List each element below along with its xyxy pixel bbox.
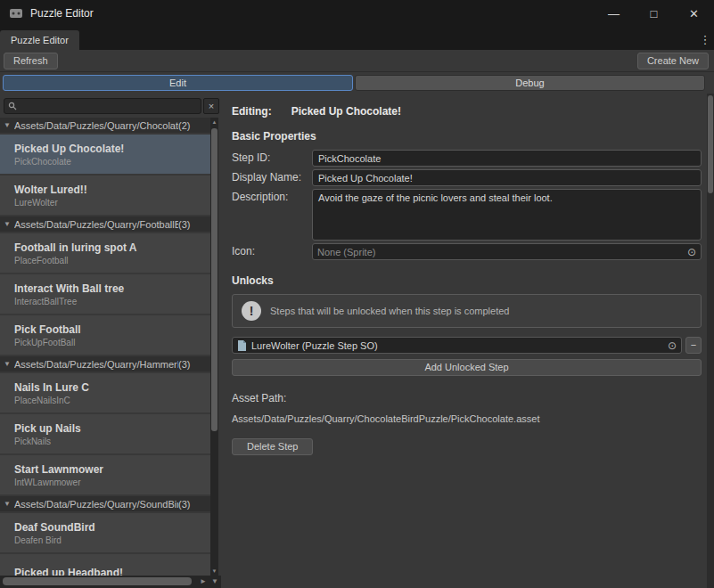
description-row: Description: Avoid the gaze of the picni… [232, 189, 702, 241]
display-name-field[interactable] [312, 169, 702, 186]
list-item[interactable]: Football in luring spot APlaceFootball [0, 233, 210, 273]
step-id-subtitle: PlaceFootball [14, 256, 210, 265]
scroll-corner-down-icon[interactable]: ▼ [211, 577, 218, 586]
mode-tabs: Edit Debug [3, 75, 705, 91]
icon-row: Icon: None (Sprite) ⊙ [232, 243, 702, 260]
unlocked-step-object-field[interactable]: LureWolter (Puzzle Step SO) ⊙ [232, 337, 682, 354]
unlocks-helpbox: ! Steps that will be unlocked when this … [232, 294, 702, 328]
foldout-open-icon[interactable]: ▼ [4, 360, 14, 368]
group-path: Assets/Data/Puzzles/Quarry/FootballBirdP… [14, 219, 178, 230]
step-title: Interact With Ball tree [14, 282, 210, 295]
asset-path-label: Asset Path: [232, 392, 702, 404]
unlocks-help-text: Steps that will be unlocked when this st… [270, 306, 509, 316]
tab-puzzle-editor[interactable]: Puzzle Editor [0, 30, 79, 50]
icon-object-field[interactable]: None (Sprite) ⊙ [312, 243, 702, 260]
foldout-open-icon[interactable]: ▼ [4, 500, 14, 508]
basic-properties-title: Basic Properties [232, 130, 702, 143]
kebab-menu-icon[interactable]: ⋮ [696, 33, 714, 50]
step-title: Picked up Headband! [14, 567, 210, 576]
display-name-row: Display Name: [232, 169, 702, 186]
list-item[interactable]: Wolter Lured!!LureWolter [0, 176, 210, 215]
unlocks-title: Unlocks [232, 274, 702, 287]
maximize-button[interactable]: □ [634, 0, 674, 27]
group-header[interactable]: ▼Assets/Data/Puzzles/Quarry/FootballBird… [0, 216, 210, 232]
list-item[interactable]: Deaf SoundBirdDeafen Bird [0, 513, 210, 552]
foldout-open-icon[interactable]: ▼ [4, 220, 14, 228]
scriptable-object-icon [237, 340, 247, 351]
list-item[interactable]: Picked up Headband! [0, 554, 210, 576]
step-id-subtitle: IntWLawnmower [14, 478, 210, 487]
unlocked-step-value: LureWolter (Puzzle Step SO) [251, 340, 663, 351]
group-path: Assets/Data/Puzzles/Quarry/ChocolateBird… [14, 120, 178, 131]
step-title: Picked Up Chocolate! [14, 143, 210, 155]
close-button[interactable]: ✕ [674, 0, 714, 27]
window-scroll-thumb[interactable] [708, 95, 713, 193]
list-horizontal-scrollbar[interactable]: ► ▼ [0, 576, 221, 588]
vertical-scroll-thumb[interactable] [211, 128, 217, 431]
foldout-open-icon[interactable]: ▼ [4, 121, 14, 129]
group-path: Assets/Data/Puzzles/Quarry/HammerBirdPuz… [14, 359, 178, 370]
search-box[interactable] [4, 98, 201, 114]
sidebar: × ▼Assets/Data/Puzzles/Quarry/ChocolateB… [0, 94, 221, 588]
scroll-up-icon[interactable]: ▲ [210, 118, 218, 127]
group-path: Assets/Data/Puzzles/Quarry/SoundBird [14, 499, 178, 510]
icon-label: Icon: [232, 243, 312, 260]
list-item[interactable]: Pick up NailsPickNails [0, 414, 210, 453]
toolbar: Refresh Create New [0, 50, 714, 72]
step-title: Nails In Lure C [14, 381, 210, 394]
scroll-down-icon[interactable]: ▼ [210, 567, 218, 576]
tab-edit[interactable]: Edit [3, 75, 353, 91]
list-item[interactable]: Picked Up Chocolate!PickChocolate [0, 135, 210, 174]
refresh-button[interactable]: Refresh [4, 53, 58, 69]
delete-step-button[interactable]: Delete Step [232, 438, 313, 455]
search-row: × [4, 98, 219, 114]
list-item[interactable]: Nails In Lure CPlaceNailsInC [0, 373, 210, 412]
editing-value: Picked Up Chocolate! [291, 105, 401, 118]
editing-label: Editing: [232, 105, 272, 118]
search-input[interactable] [21, 100, 197, 112]
window-vertical-scrollbar[interactable] [707, 94, 714, 588]
window-controls: — □ ✕ [594, 0, 714, 27]
object-picker-icon[interactable]: ⊙ [668, 340, 677, 351]
group-header[interactable]: ▼Assets/Data/Puzzles/Quarry/HammerBirdPu… [0, 356, 210, 372]
add-unlocked-step-button[interactable]: Add Unlocked Step [232, 359, 702, 376]
list-item[interactable]: Start LawnmowerIntWLawnmower [0, 455, 210, 494]
group-header[interactable]: ▼Assets/Data/Puzzles/Quarry/ChocolateBir… [0, 118, 210, 133]
icon-object-value: None (Sprite) [317, 247, 683, 257]
list-vertical-scrollbar[interactable]: ▲ ▼ [210, 118, 218, 576]
description-label: Description: [232, 189, 312, 241]
step-title: Pick up Nails [14, 422, 210, 435]
list-item[interactable]: Pick FootballPickUpFootBall [0, 315, 210, 355]
create-new-button[interactable]: Create New [637, 53, 709, 69]
search-clear-button[interactable]: × [203, 98, 219, 114]
display-name-label: Display Name: [232, 169, 312, 186]
minimize-button[interactable]: — [594, 0, 634, 27]
group-header[interactable]: ▼Assets/Data/Puzzles/Quarry/SoundBird(3) [0, 496, 210, 511]
puzzle-step-list: ▼Assets/Data/Puzzles/Quarry/ChocolateBir… [0, 118, 210, 576]
object-picker-icon[interactable]: ⊙ [687, 247, 696, 257]
step-id-subtitle: PickNails [14, 437, 210, 446]
list-item[interactable]: Interact With Ball treeInteractBallTree [0, 274, 210, 314]
step-id-subtitle: PickChocolate [14, 157, 210, 167]
step-title: Wolter Lured!! [14, 184, 210, 196]
step-id-row: Step ID: [232, 150, 702, 167]
description-field[interactable]: Avoid the gaze of the picnic lovers and … [312, 189, 702, 241]
tab-debug[interactable]: Debug [355, 75, 705, 91]
step-id-subtitle: PickUpFootBall [14, 338, 210, 347]
step-id-subtitle: Deafen Bird [14, 535, 210, 545]
step-title: Football in luring spot A [14, 241, 210, 254]
step-id-subtitle: PlaceNailsInC [14, 396, 210, 405]
editor-panel: Editing: Picked Up Chocolate! Basic Prop… [221, 94, 714, 588]
search-icon [8, 98, 17, 114]
scroll-right-icon[interactable]: ► [200, 577, 207, 586]
horizontal-scroll-thumb[interactable] [3, 577, 192, 585]
unlocked-step-row: LureWolter (Puzzle Step SO) ⊙ − [232, 337, 702, 354]
step-title: Deaf SoundBird [14, 521, 210, 534]
group-count: (3) [178, 219, 190, 230]
step-id-field[interactable] [312, 150, 702, 167]
info-icon: ! [242, 301, 261, 321]
step-id-subtitle: InteractBallTree [14, 297, 210, 306]
asset-path-value: Assets/Data/Puzzles/Quarry/ChocolateBird… [232, 413, 702, 424]
remove-unlocked-step-button[interactable]: − [685, 337, 702, 354]
step-id-label: Step ID: [232, 150, 312, 167]
